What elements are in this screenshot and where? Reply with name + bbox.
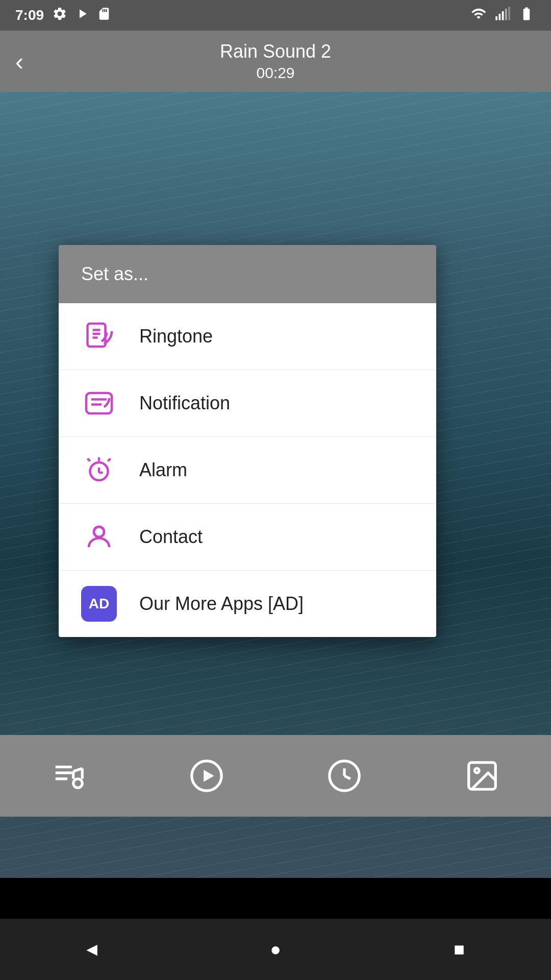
battery-icon [517,6,536,25]
sdcard-icon [97,6,111,25]
dialog-title: Set as... [81,263,148,284]
more-apps-label: Our More Apps [AD] [139,593,304,615]
svg-rect-1 [499,14,501,20]
contact-icon [81,519,117,555]
track-title: Rain Sound 2 [220,41,331,62]
svg-point-33 [474,768,479,773]
notification-icon [81,385,117,421]
svg-rect-2 [502,11,504,20]
signal-icon [495,6,510,25]
contact-option[interactable]: Contact [59,504,436,571]
wifi-icon [469,6,488,25]
status-bar: 7:09 [0,0,551,31]
history-button[interactable] [327,758,362,794]
status-time: 7:09 [15,7,44,23]
android-back-button[interactable]: ◄ [77,934,107,965]
alarm-label: Alarm [139,459,187,481]
alarm-option[interactable]: Alarm [59,437,436,504]
play-status-icon [74,6,90,25]
playlist-button[interactable] [51,758,87,794]
svg-point-23 [73,779,83,788]
android-home-button[interactable]: ● [260,934,291,965]
notification-option[interactable]: Notification [59,370,436,437]
ringtone-option[interactable]: Ringtone [59,303,436,370]
track-title-container: Rain Sound 2 00:29 [220,41,331,82]
dialog-body: Ringtone Notification [59,303,436,637]
back-button[interactable]: ‹ [15,47,23,76]
bottom-nav-bar [0,735,551,817]
svg-line-31 [344,776,350,779]
set-as-dialog: Set as... Ringtone [59,245,436,637]
play-button[interactable] [189,758,224,794]
more-apps-option[interactable]: AD Our More Apps [AD] [59,571,436,637]
svg-rect-5 [88,324,106,347]
gallery-button[interactable] [464,758,500,794]
main-content: Set as... Ringtone [0,92,551,878]
svg-point-19 [94,527,104,537]
android-recent-button[interactable]: ■ [444,934,474,965]
ad-icon: AD [81,586,117,622]
notification-label: Notification [139,393,230,414]
ringtone-icon [81,318,117,354]
dialog-header: Set as... [59,245,436,303]
android-nav-bar: ◄ ● ■ [0,919,551,980]
svg-rect-4 [508,7,510,20]
settings-icon [52,6,67,25]
alarm-icon [81,452,117,488]
top-bar: ‹ Rain Sound 2 00:29 [0,31,551,92]
ringtone-label: Ringtone [139,326,213,347]
track-duration: 00:29 [220,64,331,82]
svg-rect-3 [505,9,507,20]
svg-line-15 [88,459,90,461]
contact-label: Contact [139,526,203,548]
svg-marker-28 [204,770,214,781]
svg-line-16 [108,459,111,461]
svg-rect-0 [495,16,497,20]
